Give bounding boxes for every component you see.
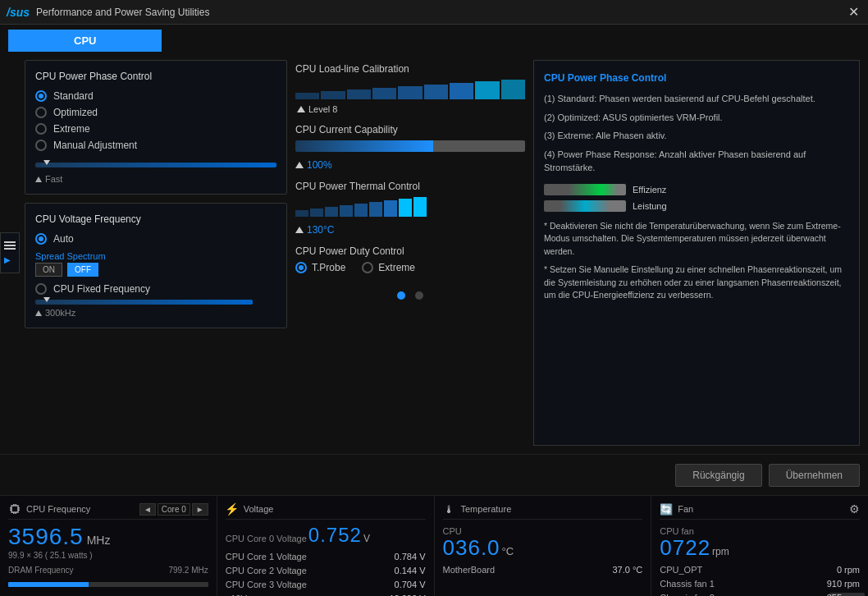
cpu-freq-value-row: 3596.5 MHz xyxy=(8,525,208,548)
current-capability-value: 100% xyxy=(307,159,332,171)
fan-opt-value: 0 rpm xyxy=(837,565,860,575)
dram-freq-value: 799.2 MHz xyxy=(168,566,208,575)
phase-label-optimized: Optimized xyxy=(53,107,98,118)
fan-cpu-value: 0722 xyxy=(660,537,710,558)
voltage-section: ⚡ Voltage CPU Core 0 Voltage 0.752 V CPU… xyxy=(217,496,435,596)
bar-seg-8 xyxy=(475,81,499,99)
duty-extreme[interactable]: Extreme xyxy=(362,262,415,273)
note-1: * Deaktivieren Sie nicht die Temperaturü… xyxy=(544,220,849,259)
duty-extreme-label: Extreme xyxy=(378,262,415,273)
phase-option-extreme[interactable]: Extreme xyxy=(35,123,276,135)
phase-options: Standard Optimized Extreme Manual Adjust… xyxy=(35,90,276,151)
tab-bar: CPU xyxy=(0,25,868,52)
radio-tprobe[interactable] xyxy=(295,262,307,273)
duty-tprobe[interactable]: T.Probe xyxy=(295,262,345,273)
voltage-freq-title: CPU Voltage Frequency xyxy=(35,213,276,225)
voltage-core0-unit: V xyxy=(363,533,370,544)
freq-slider-label: 300kHz xyxy=(45,308,75,318)
radio-manual[interactable] xyxy=(35,140,47,151)
phase-option-optimized[interactable]: Optimized xyxy=(35,107,276,118)
dot-2[interactable] xyxy=(415,291,423,300)
duty-control-section: CPU Power Duty Control T.Probe Extreme xyxy=(295,245,525,273)
fan-chassis2-label: Chassis fan 2 xyxy=(660,593,715,596)
phase-slider-label: Fast xyxy=(45,174,62,184)
fan-section: 🔄 Fan ⚙ CPU fan 0722 rpm CPU_OPT 0 rpm C… xyxy=(651,496,868,596)
fixed-freq-option[interactable]: CPU Fixed Frequency xyxy=(35,283,276,295)
spread-spectrum-label: Spread Spectrum xyxy=(35,251,276,261)
legend-section: Effizienz Leistung xyxy=(544,183,849,213)
voltage-1-label: CPU Core 1 Voltage xyxy=(226,552,307,562)
voltage-3-label: CPU Core 3 Voltage xyxy=(226,580,307,589)
cpu-freq-sub: 99.9 × 36 ( 25.1 watts ) xyxy=(8,551,208,560)
note-2: * Setzen Sie Manuelle Einstellung zu ein… xyxy=(544,264,849,302)
temp-cpu-value-row: 036.0 °C xyxy=(443,537,643,558)
fan-settings-icon[interactable]: ⚙ xyxy=(849,502,860,516)
action-bar: Rückgängig Übernehmen xyxy=(0,454,868,495)
temperature-section: 🌡 Temperature CPU 036.0 °C MotherBoard 3… xyxy=(435,496,652,596)
core-prev-button[interactable]: ◄ xyxy=(139,503,156,516)
temp-cpu-unit: °C xyxy=(502,545,514,557)
tab-cpu[interactable]: CPU xyxy=(8,30,162,52)
radio-optimized[interactable] xyxy=(35,107,47,118)
info-2: (2) Optimized: ASUS optimiertes VRM-Prof… xyxy=(544,111,849,125)
radio-extreme[interactable] xyxy=(35,123,47,135)
voltage-main-row: CPU Core 0 Voltage 0.752 V xyxy=(226,525,426,545)
bar-seg-6 xyxy=(424,85,448,99)
radio-duty-extreme[interactable] xyxy=(362,262,373,273)
phase-option-standard[interactable]: Standard xyxy=(35,90,276,102)
auto-option[interactable]: Auto xyxy=(35,233,276,245)
thermal-bar-2 xyxy=(310,209,323,217)
load-calibration-label: CPU Load-line Calibration xyxy=(295,63,525,75)
voltage-header: ⚡ Voltage xyxy=(226,502,426,520)
voltage-row-2: CPU Core 2 Voltage 0.144 V xyxy=(226,565,426,576)
dram-freq-row: DRAM Frequency 799.2 MHz xyxy=(8,566,208,575)
cancel-button[interactable]: Rückgängig xyxy=(675,464,761,487)
apply-button[interactable]: Übernehmen xyxy=(769,464,860,487)
phase-slider[interactable] xyxy=(35,163,276,167)
cpu-freq-header: CPU Frequency ◄ Core 0 ► xyxy=(8,502,208,520)
triangle-up-icon xyxy=(297,106,305,112)
cpu-freq-icon xyxy=(8,502,21,516)
core-next-button[interactable]: ► xyxy=(192,503,208,516)
thermal-bar-9 xyxy=(413,197,427,217)
current-capability-label: CPU Current Capability xyxy=(295,124,525,135)
voltage-3-value: 0.704 V xyxy=(395,580,426,589)
fan-header: 🔄 Fan ⚙ xyxy=(660,502,860,520)
left-panel: CPU Power Phase Control Standard Optimiz… xyxy=(25,60,287,446)
svg-rect-7 xyxy=(13,512,15,514)
dot-1[interactable] xyxy=(397,291,405,300)
bar-seg-9 xyxy=(501,80,525,99)
radio-auto[interactable] xyxy=(35,233,47,245)
cpu-freq-unit: MHz xyxy=(87,534,111,547)
freq-bar-chart xyxy=(8,582,208,587)
thermal-control-label: CPU Power Thermal Control xyxy=(295,181,525,192)
voltage-core0-value: 0.752 xyxy=(308,525,362,545)
middle-panel: CPU Load-line Calibration Level 8 CPU Cu… xyxy=(295,60,525,446)
current-capability-section: CPU Current Capability 100% xyxy=(295,124,525,171)
phase-option-manual[interactable]: Manual Adjustment xyxy=(35,140,276,151)
voltage-row-1: CPU Core 1 Voltage 0.784 V xyxy=(226,551,426,562)
freq-slider[interactable] xyxy=(35,300,253,305)
triangle-current-icon xyxy=(295,162,304,168)
phase-control-title: CPU Power Phase Control xyxy=(35,71,276,82)
fan-title: Fan xyxy=(678,504,693,514)
thermal-value: 130°C xyxy=(307,224,335,236)
title-bar: /sus Performance and Power Saving Utilit… xyxy=(0,0,868,25)
radio-fixed[interactable] xyxy=(35,283,47,295)
info-4: (4) Power Phase Response: Anzahl aktiver… xyxy=(544,148,849,175)
svg-rect-8 xyxy=(16,512,17,514)
current-capability-bar[interactable] xyxy=(295,140,525,152)
spread-off-button[interactable]: OFF xyxy=(67,263,98,277)
fan-cpu-row: CPU fan 0722 rpm xyxy=(660,525,860,558)
legend-effizienz: Effizienz xyxy=(544,183,849,197)
close-button[interactable]: ✕ xyxy=(845,4,861,21)
cpu-freq-title: CPU Frequency xyxy=(26,504,90,514)
voltage-2-label: CPU Core 2 Voltage xyxy=(226,566,307,575)
bar-seg-4 xyxy=(372,88,396,99)
thermal-bar-3 xyxy=(325,207,338,217)
radio-standard[interactable] xyxy=(35,90,47,102)
spread-on-button[interactable]: ON xyxy=(35,263,62,277)
thermal-bar-6 xyxy=(369,202,382,217)
temperature-header: 🌡 Temperature xyxy=(443,502,643,520)
hamburger-menu[interactable]: ▶ xyxy=(0,232,20,273)
